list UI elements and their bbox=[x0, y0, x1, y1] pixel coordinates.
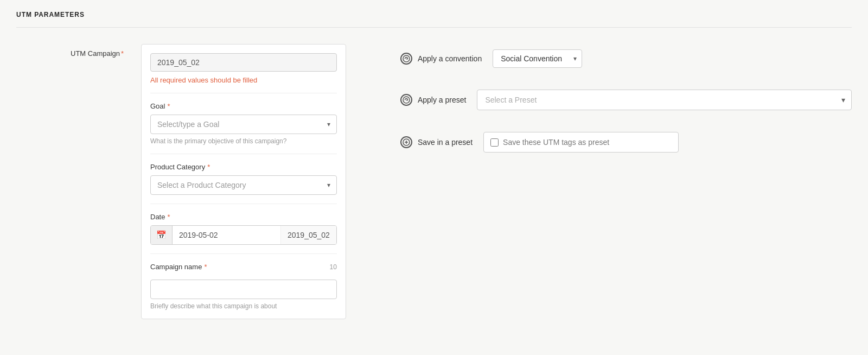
required-star-goal: * bbox=[167, 102, 170, 110]
convention-label-group: Apply a convention bbox=[400, 53, 482, 65]
campaign-name-input[interactable] bbox=[150, 280, 337, 299]
apply-convention-label: Apply a convention bbox=[418, 54, 482, 63]
preset-select[interactable]: Select a Preset bbox=[477, 90, 852, 110]
calendar-icon: 📅 bbox=[151, 226, 173, 244]
left-column: UTM Campaign* All required values should… bbox=[16, 44, 346, 319]
utm-campaign-box: All required values should be filled Goa… bbox=[141, 44, 346, 319]
campaign-name-help: Briefly describe what this campaign is a… bbox=[150, 302, 337, 310]
section-title: UTM PARAMETERS bbox=[16, 11, 852, 18]
goal-select[interactable]: Select/type a Goal bbox=[150, 115, 337, 134]
product-category-label: Product Category* bbox=[150, 163, 337, 171]
save-preset-row: Save in a preset bbox=[400, 132, 852, 153]
error-message: All required values should be filled bbox=[150, 76, 337, 84]
preset-label-group: Apply a preset bbox=[400, 94, 467, 106]
campaign-name-header: Campaign name* 10 bbox=[150, 263, 337, 271]
required-star-campaign: * bbox=[204, 263, 207, 271]
goal-select-wrapper: Select/type a Goal ▾ bbox=[150, 115, 337, 134]
convention-circle-icon bbox=[400, 53, 412, 65]
goal-help-text: What is the primary objective of this ca… bbox=[150, 137, 337, 145]
utm-campaign-label: UTM Campaign* bbox=[71, 44, 141, 58]
save-preset-label-group: Save in a preset bbox=[400, 136, 473, 148]
save-preset-label: Save in a preset bbox=[418, 138, 473, 147]
page-container: UTM PARAMETERS UTM Campaign* All require… bbox=[0, 0, 868, 330]
campaign-name-section: Campaign name* 10 Briefly describe what … bbox=[150, 253, 337, 310]
apply-convention-row: Apply a convention Social Convention ▾ bbox=[400, 49, 852, 68]
product-category-section: Product Category* Select a Product Categ… bbox=[150, 154, 337, 195]
apply-preset-row: Apply a preset Select a Preset ▾ bbox=[400, 90, 852, 110]
date-input[interactable] bbox=[173, 226, 280, 244]
preset-circle-icon bbox=[400, 94, 412, 106]
product-category-select-wrapper: Select a Product Category ▾ bbox=[150, 175, 337, 195]
save-preset-checkbox[interactable] bbox=[490, 138, 499, 147]
right-column: Apply a convention Social Convention ▾ bbox=[368, 44, 852, 319]
section-divider bbox=[16, 27, 852, 28]
required-star-date: * bbox=[167, 213, 170, 221]
product-category-select[interactable]: Select a Product Category bbox=[150, 175, 337, 195]
convention-select-wrapper: Social Convention ▾ bbox=[493, 49, 582, 68]
required-star-category: * bbox=[207, 163, 210, 171]
preset-select-wrapper: Select a Preset ▾ bbox=[477, 90, 852, 110]
required-star: * bbox=[121, 49, 124, 58]
goal-section: Goal* Select/type a Goal ▾ What is the p… bbox=[150, 93, 337, 145]
utm-campaign-input[interactable] bbox=[150, 53, 337, 72]
apply-preset-label: Apply a preset bbox=[418, 96, 467, 104]
save-preset-text-input[interactable] bbox=[503, 132, 672, 152]
save-preset-input-group bbox=[483, 132, 679, 153]
date-field-row: 📅 2019_05_02 bbox=[150, 225, 337, 245]
save-preset-circle-icon bbox=[400, 136, 412, 148]
utm-campaign-row: UTM Campaign* All required values should… bbox=[71, 44, 346, 319]
char-count: 10 bbox=[330, 263, 337, 271]
date-label: Date* bbox=[150, 213, 337, 221]
convention-select[interactable]: Social Convention bbox=[493, 49, 582, 68]
main-layout: UTM Campaign* All required values should… bbox=[16, 44, 852, 319]
date-output: 2019_05_02 bbox=[280, 226, 336, 244]
campaign-name-label: Campaign name* bbox=[150, 263, 207, 271]
goal-label: Goal* bbox=[150, 102, 337, 110]
date-section: Date* 📅 2019_05_02 bbox=[150, 204, 337, 245]
